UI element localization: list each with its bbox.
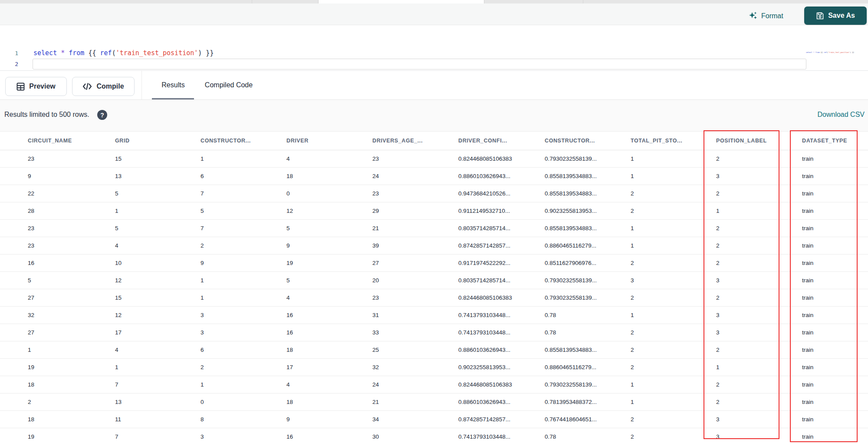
table-cell: 0.8860103626943... bbox=[458, 341, 545, 358]
table-cell: 1 bbox=[631, 376, 716, 393]
table-cell: 3 bbox=[716, 271, 802, 289]
table-cell: 2 bbox=[631, 289, 716, 306]
preview-button[interactable]: Preview bbox=[5, 77, 67, 96]
table-cell: 10 bbox=[115, 254, 201, 271]
table-cell: 7 bbox=[115, 376, 201, 393]
table-cell: train bbox=[802, 428, 868, 443]
table-cell: 0.7930232558139... bbox=[545, 150, 631, 167]
save-as-label: Save As bbox=[828, 12, 855, 20]
table-cell: 5 bbox=[115, 185, 201, 202]
preview-label: Preview bbox=[29, 83, 55, 90]
table-cell: 24 bbox=[372, 376, 458, 393]
table-cell: 3 bbox=[201, 324, 286, 341]
table-cell: 2 bbox=[716, 150, 802, 167]
table-cell: 4 bbox=[115, 237, 201, 254]
table-cell: 23 bbox=[0, 219, 115, 237]
table-cell: 18 bbox=[0, 376, 115, 393]
table-cell: 1 bbox=[201, 150, 286, 167]
table-cell: 18 bbox=[286, 167, 372, 185]
download-csv-link[interactable]: Download CSV bbox=[818, 111, 865, 119]
table-cell: 2 bbox=[631, 324, 716, 341]
table-cell: 5 bbox=[286, 219, 372, 237]
column-header[interactable]: TOTAL_PIT_STO... bbox=[631, 132, 716, 150]
table-cell: 0.9112149532710... bbox=[458, 202, 545, 219]
table-row: 281512290.9112149532710...0.902325581395… bbox=[0, 202, 868, 219]
table-cell: 3 bbox=[716, 306, 802, 324]
table-cell: 2 bbox=[631, 410, 716, 428]
table-cell: 2 bbox=[716, 185, 802, 202]
table-cell: 1 bbox=[631, 237, 716, 254]
table-cell: 1 bbox=[115, 358, 201, 376]
table-cell: 18 bbox=[0, 410, 115, 428]
table-cell: 0.824468085106383 bbox=[458, 289, 545, 306]
table-cell: 0.7674418604651... bbox=[545, 410, 631, 428]
table-cell: 2 bbox=[716, 237, 802, 254]
results-action-bar: Preview Compile Results Compiled Code bbox=[0, 70, 868, 100]
table-cell: 6 bbox=[201, 167, 286, 185]
code-line-text[interactable]: select * from {{ ref('train_test_positio… bbox=[33, 49, 214, 57]
sql-editor[interactable]: 1 2 select * from {{ ref('train_test_pos… bbox=[0, 25, 868, 70]
tab-divider bbox=[583, 0, 583, 3]
column-header[interactable]: CONSTRUCTOR... bbox=[545, 132, 631, 150]
table-cell: 15 bbox=[115, 150, 201, 167]
table-cell: 13 bbox=[115, 393, 201, 410]
save-icon bbox=[816, 12, 824, 20]
format-button[interactable]: Format bbox=[748, 10, 783, 23]
table-cell: 2 bbox=[631, 254, 716, 271]
table-cell: 1 bbox=[631, 306, 716, 324]
tab-compiled-code[interactable]: Compiled Code bbox=[201, 71, 257, 99]
table-cell: 0.78 bbox=[545, 306, 631, 324]
compile-label: Compile bbox=[96, 83, 124, 90]
table-cell: 16 bbox=[286, 324, 372, 341]
table-cell: 23 bbox=[372, 150, 458, 167]
table-cell: 4 bbox=[286, 150, 372, 167]
table-cell: 9 bbox=[0, 167, 115, 185]
table-cell: 3 bbox=[631, 271, 716, 289]
table-cell: 1 bbox=[201, 289, 286, 306]
table-cell: 20 bbox=[372, 271, 458, 289]
tab-results[interactable]: Results bbox=[155, 71, 192, 99]
table-cell: 0.9171974522292... bbox=[458, 254, 545, 271]
table-cell: 7 bbox=[115, 428, 201, 443]
table-cell: 2 bbox=[716, 341, 802, 358]
table-cell: 34 bbox=[372, 410, 458, 428]
table-cell: 15 bbox=[115, 289, 201, 306]
results-table-container: CIRCUIT_NAMEGRIDCONSTRUCTOR...DRIVERDRIV… bbox=[0, 131, 868, 443]
table-cell: train bbox=[802, 289, 868, 306]
table-cell: 1 bbox=[201, 376, 286, 393]
table-cell: 0.8860465116279... bbox=[545, 358, 631, 376]
table-cell: 18 bbox=[286, 341, 372, 358]
table-cell: 2 bbox=[201, 237, 286, 254]
question-mark-icon[interactable]: ? bbox=[97, 110, 107, 120]
table-cell: 1 bbox=[631, 219, 716, 237]
table-cell: 1 bbox=[0, 341, 115, 358]
table-cell: train bbox=[802, 358, 868, 376]
column-header[interactable]: DRIVER bbox=[286, 132, 372, 150]
table-cell: 0.8511627906976... bbox=[545, 254, 631, 271]
table-row: 3212316310.7413793103448...0.7813train bbox=[0, 306, 868, 324]
table-cell: 0.78 bbox=[545, 324, 631, 341]
column-header[interactable]: CIRCUIT_NAME bbox=[0, 132, 115, 150]
column-header[interactable]: DRIVERS_AGE_... bbox=[372, 132, 458, 150]
save-as-button[interactable]: Save As bbox=[804, 7, 867, 25]
table-cell: 3 bbox=[716, 324, 802, 341]
table-cell: train bbox=[802, 219, 868, 237]
table-cell: train bbox=[802, 393, 868, 410]
table-cell: 1 bbox=[201, 271, 286, 289]
column-header[interactable]: CONSTRUCTOR... bbox=[201, 132, 286, 150]
compile-button[interactable]: Compile bbox=[72, 77, 135, 96]
table-cell: 2 bbox=[716, 219, 802, 237]
column-header[interactable]: DRIVER_CONFI... bbox=[458, 132, 545, 150]
column-header[interactable]: GRID bbox=[115, 132, 201, 150]
table-cell: 16 bbox=[286, 428, 372, 443]
column-header[interactable]: DATASET_TYPE bbox=[802, 132, 868, 150]
table-cell: 27 bbox=[0, 289, 115, 306]
table-cell: 24 bbox=[372, 167, 458, 185]
table-cell: 0.9473684210526... bbox=[458, 185, 545, 202]
column-header[interactable]: POSITION_LABEL bbox=[716, 132, 802, 150]
table-cell: 0.8860103626943... bbox=[458, 393, 545, 410]
active-tab-fragment bbox=[318, 0, 484, 3]
table-cell: train bbox=[802, 185, 868, 202]
top-tab-strip bbox=[0, 0, 868, 3]
table-cell: train bbox=[802, 306, 868, 324]
